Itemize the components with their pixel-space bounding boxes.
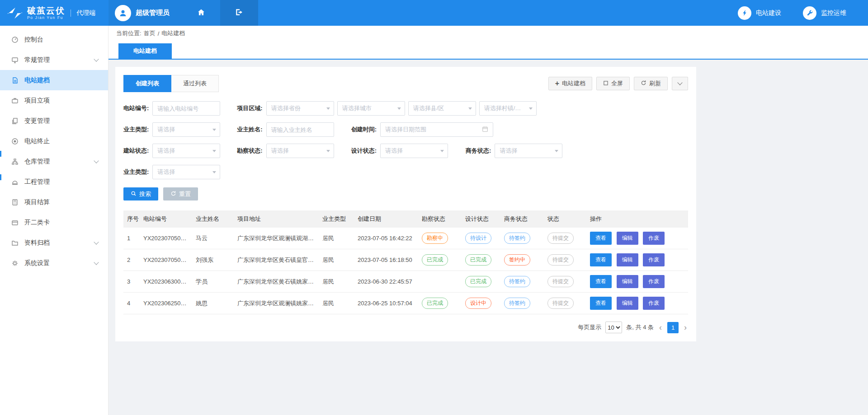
sidebar-item-system-settings[interactable]: 系统设置 — [0, 253, 108, 273]
sidebar-scroll-indicator — [0, 174, 1, 180]
sidebar-item-station-terminate[interactable]: 电站终止 — [0, 131, 108, 151]
cell-address: 广东深圳龙华区观澜镇姚家庄... — [234, 293, 319, 314]
date-range-input[interactable]: 请选择日期范围 — [380, 122, 493, 137]
col-header-address: 项目地址 — [234, 210, 319, 228]
view-button[interactable]: 查看 — [590, 253, 612, 266]
void-button[interactable]: 作废 — [643, 297, 665, 310]
sidebar-item-class2-card[interactable]: 开二类卡 — [0, 212, 108, 233]
breadcrumb-separator: / — [158, 30, 160, 37]
monitor-icon — [11, 56, 19, 64]
chevron-down-icon — [326, 150, 330, 152]
settings-icon — [11, 260, 19, 267]
design-status-select[interactable]: 请选择 — [380, 144, 448, 158]
refresh-button[interactable]: 刷新 — [634, 77, 668, 90]
user-menu[interactable]: 超级管理员 — [108, 0, 182, 26]
page-tab-station-archive[interactable]: 电站建档 — [118, 43, 172, 59]
sidebar-item-warehouse-mgmt[interactable]: 仓库管理 — [0, 151, 108, 172]
chevron-down-icon — [397, 107, 401, 110]
cell-address: 广东深圳龙华区观澜镇观湖路... — [234, 228, 319, 249]
tab-create-list[interactable]: 创建列表 — [123, 75, 171, 92]
survey-status-badge: 已完成 — [422, 254, 448, 266]
collapse-toolbar-button[interactable] — [672, 77, 688, 90]
county-select[interactable]: 请选择县/区 — [408, 101, 476, 116]
town-select-placeholder: 请选择村镇/街道 — [484, 104, 525, 112]
reset-button[interactable]: 重置 — [163, 187, 198, 201]
owner-name-label: 业主姓名: — [237, 126, 262, 134]
sidebar-item-project-settlement[interactable]: 项目结算 — [0, 192, 108, 212]
home-button[interactable] — [182, 0, 220, 26]
edit-button[interactable]: 编辑 — [617, 297, 638, 310]
logout-button[interactable] — [220, 0, 258, 26]
business-status-badge: 待签约 — [504, 276, 530, 287]
design-status-badge: 待设计 — [465, 233, 491, 244]
nav-station-build[interactable]: 电站建设 — [738, 0, 781, 26]
nav-monitor-ops[interactable]: 监控运维 — [803, 0, 846, 26]
view-button[interactable]: 查看 — [590, 232, 612, 245]
cell-index: 3 — [123, 271, 140, 293]
page-1-button[interactable]: 1 — [667, 322, 679, 333]
chevron-down-icon — [94, 158, 99, 163]
owner-type-placeholder: 请选择 — [157, 126, 175, 134]
col-header-code: 电站编号 — [140, 210, 192, 228]
view-button[interactable]: 查看 — [590, 275, 612, 288]
edit-button[interactable]: 编辑 — [617, 253, 638, 266]
prev-page-button[interactable]: ‹ — [658, 323, 663, 331]
cell-operations: 查看 编辑 作废 — [586, 228, 688, 249]
sidebar-item-general-mgmt[interactable]: 常规管理 — [0, 50, 108, 70]
tab-passed-list[interactable]: 通过列表 — [171, 75, 219, 92]
province-select[interactable]: 请选择省份 — [266, 101, 334, 116]
chevron-down-icon — [94, 260, 99, 265]
owner-type-select[interactable]: 请选择 — [152, 122, 220, 137]
survey-status-select[interactable]: 请选择 — [266, 144, 334, 158]
void-button[interactable]: 作废 — [643, 275, 665, 288]
app-root: 破茧云伏 Po Jian Yun Fu 代理端 超级管理员 — [0, 0, 868, 415]
build-status-select[interactable]: 请选择 — [152, 144, 220, 158]
total-label: 条, 共 4 条 — [626, 323, 654, 331]
breadcrumb-home[interactable]: 首页 — [144, 29, 156, 37]
design-status-label: 设计状态: — [351, 147, 377, 155]
survey-status-badge: 已完成 — [422, 298, 448, 309]
sidebar-item-data-archive[interactable]: 资料归档 — [0, 233, 108, 253]
per-page-select[interactable]: 10 — [605, 322, 622, 333]
edit-button[interactable]: 编辑 — [617, 232, 638, 245]
edit-button[interactable]: 编辑 — [617, 275, 638, 288]
sidebar-item-project-approval[interactable]: 项目立项 — [0, 90, 108, 111]
view-button[interactable]: 查看 — [590, 297, 612, 310]
table-header-row: 序号 电站编号 业主姓名 项目地址 业主类型 创建日期 勘察状态 设计状态 商务… — [123, 210, 688, 228]
cell-address: 广东深圳龙华区黄石镇皇官大... — [234, 249, 319, 271]
void-button[interactable]: 作废 — [643, 232, 665, 245]
sidebar-scroll-indicator — [0, 151, 1, 157]
brand-text: 破茧云伏 Po Jian Yun Fu — [27, 6, 65, 20]
cell-index: 1 — [123, 228, 140, 249]
sidebar-item-label: 电站建档 — [24, 76, 50, 84]
content-panel: 创建列表 通过列表 + 电站建档 全屏 — [115, 67, 696, 341]
owner-type-label: 业主类型: — [123, 126, 149, 134]
owner-type2-placeholder: 请选择 — [157, 168, 175, 176]
owner-name-input[interactable] — [266, 122, 334, 137]
fullscreen-icon — [603, 80, 609, 87]
cell-owner: 姚思 — [192, 293, 234, 314]
station-code-label: 电站编号: — [123, 104, 149, 112]
cell-created: 2023-07-05 16:42:22 — [354, 228, 418, 249]
avatar — [115, 5, 131, 21]
town-select[interactable]: 请选择村镇/街道 — [479, 101, 537, 116]
logout-icon — [235, 8, 243, 18]
next-page-button[interactable]: › — [683, 323, 688, 331]
sidebar-item-engineering-mgmt[interactable]: 工程管理 — [0, 172, 108, 192]
header-spacer — [258, 0, 738, 26]
calendar-icon — [482, 126, 488, 134]
city-select[interactable]: 请选择城市 — [337, 101, 405, 116]
business-status-select[interactable]: 请选择 — [495, 144, 562, 158]
void-button[interactable]: 作废 — [643, 253, 665, 266]
sidebar-item-console[interactable]: 控制台 — [0, 29, 108, 50]
fullscreen-button[interactable]: 全屏 — [596, 77, 630, 90]
add-station-button[interactable]: + 电站建档 — [548, 77, 592, 90]
station-code-input[interactable] — [152, 101, 220, 116]
search-button[interactable]: 搜索 — [123, 187, 158, 201]
sidebar-item-label: 资料归档 — [24, 239, 50, 247]
business-status-placeholder: 请选择 — [500, 147, 517, 155]
sidebar-item-change-mgmt[interactable]: 变更管理 — [0, 111, 108, 131]
sidebar-item-station-archive[interactable]: 电站建档 — [0, 70, 108, 90]
owner-type2-select[interactable]: 请选择 — [152, 165, 220, 179]
list-tabs: 创建列表 通过列表 — [123, 75, 219, 92]
